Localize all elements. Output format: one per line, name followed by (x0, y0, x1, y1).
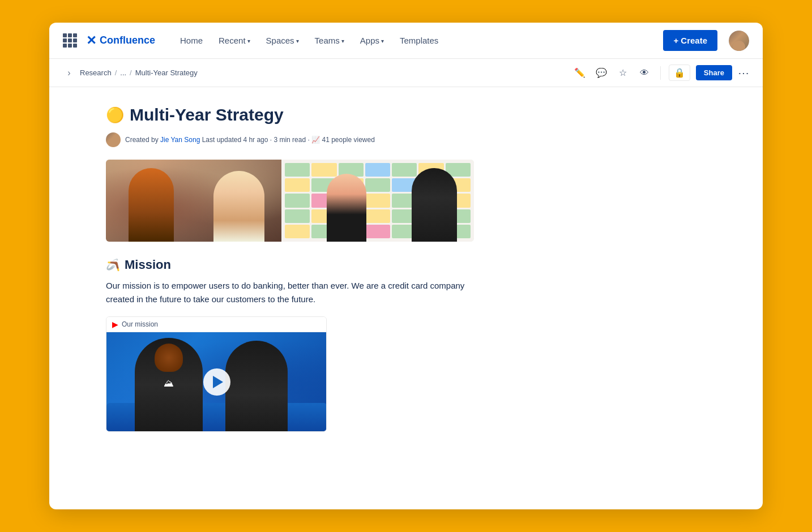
nav-teams[interactable]: Teams ▾ (308, 31, 351, 50)
share-button[interactable]: Share (696, 65, 732, 80)
top-nav: ✕ Confluence Home Recent ▾ Spaces ▾ Team… (49, 23, 763, 59)
mission-text: Our mission is to empower users to do ba… (106, 279, 468, 306)
confluence-logo-icon: ✕ (86, 35, 96, 47)
breadcrumb-sep-1: / (115, 68, 117, 77)
person-left (129, 168, 174, 242)
apps-chevron: ▾ (381, 38, 384, 44)
browser-window: ✕ Confluence Home Recent ▾ Spaces ▾ Team… (49, 23, 763, 509)
confluence-logo-text: Confluence (100, 35, 155, 46)
person-overlay-right (412, 168, 457, 242)
sidebar-toggle-button[interactable]: › (63, 67, 75, 79)
title-emoji: 🟡 (106, 106, 124, 124)
comment-icon[interactable]: 💬 (593, 65, 609, 81)
author-avatar (106, 132, 121, 147)
create-button[interactable]: + Create (663, 30, 717, 51)
breadcrumb-sep-2: / (130, 68, 132, 77)
youtube-icon: ▶ (112, 320, 118, 329)
video-label-bar: ▶ Our mission (106, 317, 326, 332)
recent-chevron: ▾ (247, 38, 250, 44)
play-button[interactable] (203, 368, 230, 396)
breadcrumb-bar: › Research / ... / Multi-Year Strategy ✏… (49, 59, 763, 87)
person-right (213, 171, 264, 242)
edit-icon[interactable]: ✏️ (572, 65, 588, 81)
grid-menu-icon[interactable] (63, 33, 77, 48)
breadcrumb: Research / ... / Multi-Year Strategy (80, 68, 198, 77)
video-thumbnail[interactable]: ⛰ (106, 332, 327, 431)
star-icon[interactable]: ☆ (615, 65, 631, 81)
confluence-logo[interactable]: ✕ Confluence (86, 35, 155, 47)
avatar-image (729, 31, 749, 51)
nav-home[interactable]: Home (173, 31, 210, 50)
video-person-left: ⛰ (135, 338, 203, 431)
lock-icon: 🔒 (674, 67, 685, 78)
nav-links: Home Recent ▾ Spaces ▾ Teams ▾ Apps ▾ Te… (173, 31, 659, 50)
breadcrumb-current: Multi-Year Strategy (135, 68, 198, 77)
teams-chevron: ▾ (341, 38, 344, 44)
nav-spaces[interactable]: Spaces ▾ (259, 31, 306, 50)
watch-icon[interactable]: 👁 (636, 65, 652, 81)
user-avatar[interactable] (729, 31, 749, 51)
person-overlay-left (327, 174, 366, 242)
nav-recent[interactable]: Recent ▾ (212, 31, 257, 50)
page-title: 🟡 Multi-Year Strategy (106, 105, 717, 125)
breadcrumb-research[interactable]: Research (80, 68, 112, 77)
author-name[interactable]: Jie Yan Song (160, 136, 200, 144)
video-person-right (225, 341, 288, 431)
play-triangle-icon (213, 376, 223, 388)
spaces-chevron: ▾ (296, 38, 299, 44)
hero-image (106, 160, 474, 242)
hero-image-right (281, 160, 474, 242)
more-options-icon[interactable]: ⋯ (738, 66, 749, 80)
hero-image-left (106, 160, 281, 242)
meta-text: Created by Jie Yan Song Last updated 4 h… (125, 136, 375, 144)
nav-templates[interactable]: Templates (393, 31, 445, 50)
toolbar-right: ✏️ 💬 ☆ 👁 🔒 Share ⋯ (572, 65, 749, 81)
atlassian-logo: ⛰ (164, 377, 174, 389)
lock-button[interactable]: 🔒 (669, 65, 690, 81)
breadcrumb-ellipsis[interactable]: ... (120, 68, 126, 77)
mission-heading: 🪃 Mission (106, 258, 717, 272)
toolbar-divider (660, 66, 661, 80)
video-embed[interactable]: ▶ Our mission ⛰ (106, 316, 327, 432)
video-label: Our mission (122, 320, 158, 328)
mission-emoji: 🪃 (106, 258, 120, 272)
meta-row: Created by Jie Yan Song Last updated 4 h… (106, 132, 717, 147)
nav-apps[interactable]: Apps ▾ (353, 31, 391, 50)
main-content: 🟡 Multi-Year Strategy Created by Jie Yan… (49, 87, 763, 466)
